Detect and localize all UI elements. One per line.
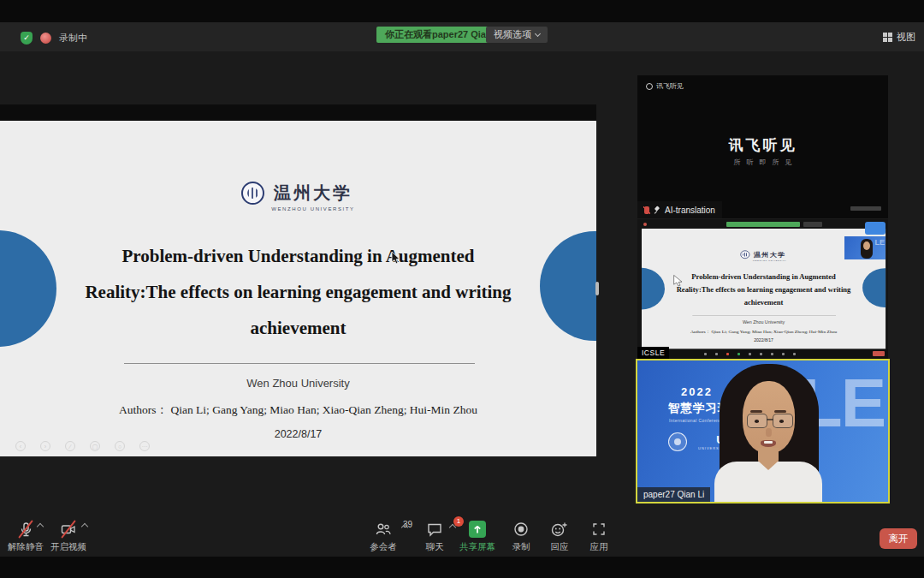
bottom-black-strip: [0, 557, 924, 578]
slide-title-line3: achievement: [34, 310, 562, 346]
prev-slide-button[interactable]: ‹: [15, 441, 26, 451]
zoom-tool-button[interactable]: ○: [115, 441, 125, 451]
brand-icon: [646, 83, 653, 90]
video-tile-ai-translation[interactable]: 讯飞听见 讯飞听见 所听即所见 AI-translation: [637, 75, 888, 218]
pin-icon: [654, 206, 660, 214]
view-label: 视图: [897, 31, 915, 44]
tile-corner-brand: 讯飞听见: [646, 81, 684, 91]
slides-overview-button[interactable]: ▢: [90, 441, 100, 451]
university-name-en: WENZHOU UNIVERSITY: [271, 206, 354, 212]
chat-label: 聊天: [426, 541, 444, 553]
mini-university-cn: 温州大学: [754, 250, 786, 259]
apps-icon: [590, 521, 607, 538]
shared-screen: 温州大学 WENZHOU UNIVERSITY Problem-driven U…: [0, 104, 596, 475]
video-options-button[interactable]: 视频选项: [486, 27, 548, 43]
apps-label: 应用: [590, 541, 608, 553]
speaker-shirt: [714, 462, 822, 504]
participants-label: 参会者: [370, 541, 397, 553]
university-logo: 温州大学 WENZHOU UNIVERSITY: [0, 182, 596, 212]
start-video-label: 开启视频: [50, 541, 86, 553]
mini-emblem-icon: [740, 250, 749, 259]
meeting-toolbar: 解除静音 开启视频 39: [0, 512, 924, 557]
authors-list: Qian Li; Gang Yang; Miao Han; Xiao-Qian …: [170, 403, 477, 416]
participant-name-tag: AI-translation: [637, 201, 722, 218]
mini-authors: Authors： Qian Li; Gang Yang; Miao Han; X…: [642, 330, 886, 335]
muted-mic-icon: [644, 206, 649, 214]
slide-affiliation: Wen Zhou University: [0, 377, 596, 390]
grid-view-icon: [883, 33, 892, 42]
chevron-down-icon: [535, 30, 541, 36]
mini-affiliation: Wen Zhou University: [642, 320, 886, 325]
participant-name: AI-translation: [665, 206, 715, 215]
university-name-cn: 温州大学: [274, 182, 352, 205]
reactions-label: 回应: [551, 541, 569, 553]
unmute-label: 解除静音: [8, 541, 44, 553]
participants-button[interactable]: 39 参会者: [359, 521, 407, 553]
slide-authors: Authors： Qian Li; Gang Yang; Miao Han; X…: [0, 402, 596, 418]
mini-slide-title: Problem-driven Understanding in Augmente…: [655, 271, 871, 309]
authors-label: Authors：: [119, 403, 168, 416]
mini-watching-banner: [726, 222, 800, 227]
top-black-strip: [0, 0, 924, 22]
next-slide-button[interactable]: ›: [40, 441, 50, 451]
panel-collapse-handle[interactable]: [595, 282, 599, 295]
share-screen-label: 共享屏幕: [459, 541, 495, 553]
recording-icon: [40, 33, 51, 44]
view-button[interactable]: 视图: [883, 31, 915, 44]
mini-mouse-cursor: [673, 275, 684, 287]
mouse-cursor: [391, 251, 401, 265]
video-tile-speaker-active[interactable]: LE 2022 智慧学习环境国际会议 International Confere…: [636, 359, 890, 504]
meeting-window: ✓ 录制中 你正在观看paper27 Qian Li的屏幕 视频选项 视图 温州…: [0, 0, 924, 578]
apps-button[interactable]: 应用: [575, 521, 623, 553]
participant-name-tag: paper27 Qian Li: [637, 487, 710, 502]
tile-fine-print: [850, 206, 881, 211]
slide-title-line1: Problem-driven Understanding in Augmente…: [34, 238, 562, 274]
mini-leave-button: [873, 351, 885, 356]
iflytek-slogan: 所听即所见: [637, 158, 888, 167]
mini-toolbar-icons: [704, 353, 796, 355]
mini-webcam-overlay: LE: [844, 236, 886, 259]
share-screen-icon: [469, 521, 486, 538]
share-screen-button[interactable]: 共享屏幕: [453, 521, 501, 553]
presenter-controls: ‹ › ∕ ▢ ○ ⋯: [15, 441, 150, 451]
security-shield-icon[interactable]: ✓: [21, 32, 33, 45]
mini-university-en: WENZHOU UNIVERSITY: [753, 259, 787, 261]
video-tile-icsle[interactable]: 温州大学 WENZHOU UNIVERSITY Problem-driven U…: [637, 219, 888, 359]
recording-label: 录制中: [59, 32, 87, 45]
shared-screen-top-strip: [0, 104, 596, 121]
iflytek-brand: 讯飞听见: [637, 135, 888, 155]
corner-brand-text: 讯飞听见: [656, 81, 684, 91]
participant-name-tag: ICSLE: [637, 347, 669, 359]
university-emblem-icon: [241, 182, 264, 205]
pen-tool-button[interactable]: ∕: [65, 441, 75, 451]
conference-logo-icon: [668, 432, 687, 451]
slide-title-line2: Reality:The effects on learning engageme…: [34, 274, 562, 310]
participants-icon: [374, 521, 393, 538]
slide-title: Problem-driven Understanding in Augmente…: [34, 238, 562, 346]
slide-divider: [124, 363, 475, 364]
mini-date: 2022/8/17: [642, 339, 886, 343]
mini-video-options: [803, 222, 822, 227]
video-options-label: 视频选项: [494, 28, 531, 41]
more-options-button[interactable]: ⋯: [139, 441, 150, 451]
slide-date: 2022/8/17: [0, 428, 596, 440]
background-year: 2022: [681, 385, 713, 398]
leave-meeting-button[interactable]: 离开: [880, 528, 917, 549]
mini-recording-dot: [643, 223, 647, 226]
presentation-slide: 温州大学 WENZHOU UNIVERSITY Problem-driven U…: [0, 121, 596, 456]
chat-icon: [426, 521, 443, 538]
mini-layout-button: [865, 222, 886, 235]
recording-status: ✓ 录制中: [21, 32, 87, 45]
record-label: 录制: [512, 541, 530, 553]
reactions-icon: [550, 521, 569, 538]
record-icon: [512, 521, 530, 538]
